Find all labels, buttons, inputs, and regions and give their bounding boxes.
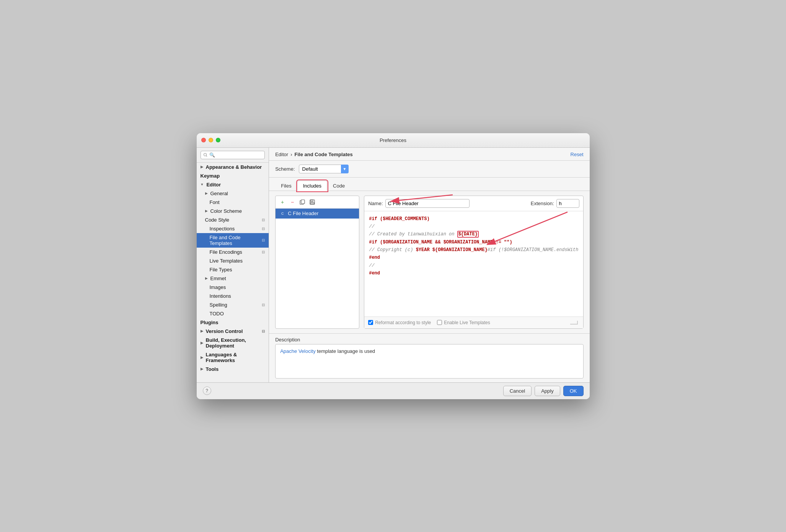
main-content: Editor › File and Code Templates Reset S… bbox=[269, 148, 589, 382]
reformat-label: Reformat according to style bbox=[375, 320, 431, 325]
file-item-label: C File Header bbox=[288, 211, 318, 216]
description-box: Apache Velocity template language is use… bbox=[275, 344, 583, 379]
code-line-4: #if ($ORGANIZATION_NAME && $ORGANIZATION… bbox=[369, 238, 578, 246]
search-input[interactable] bbox=[201, 151, 265, 159]
chevron-down-icon: ▼ bbox=[201, 183, 204, 186]
editor-code-area[interactable]: #if ($HEADER_COMMENTS) // // Created by … bbox=[364, 211, 583, 317]
svg-rect-7 bbox=[310, 202, 314, 204]
ok-button[interactable]: OK bbox=[563, 386, 584, 396]
code-line-1: #if ($HEADER_COMMENTS) bbox=[369, 215, 578, 223]
sidebar-item-label: Font bbox=[210, 199, 220, 205]
tab-includes[interactable]: Includes bbox=[297, 181, 327, 191]
sidebar-item-label: Code Style bbox=[205, 217, 230, 223]
extension-input[interactable] bbox=[556, 199, 579, 208]
name-input[interactable] bbox=[385, 199, 470, 208]
sidebar-item-label: Build, Execution, Deployment bbox=[206, 337, 265, 349]
tab-code[interactable]: Code bbox=[327, 181, 351, 191]
editor-footer: Reformat according to style Enable Live … bbox=[364, 317, 583, 328]
chevron-right-icon: ▶ bbox=[201, 341, 203, 345]
sidebar-item-label: General bbox=[210, 191, 228, 196]
sidebar-item-keymap[interactable]: Keymap bbox=[197, 171, 269, 180]
remove-button[interactable]: − bbox=[289, 198, 296, 206]
sidebar-item-languages[interactable]: ▶ Languages & Frameworks bbox=[197, 350, 269, 365]
overlay-container: Files Includes Code + − bbox=[269, 178, 589, 382]
sidebar-item-file-encodings[interactable]: File Encodings ⊟ bbox=[197, 248, 269, 256]
sidebar-item-label: Live Templates bbox=[210, 258, 243, 264]
chevron-right-icon: ▶ bbox=[205, 276, 208, 280]
scheme-select-wrapper: Default Project ▼ bbox=[299, 165, 349, 173]
scheme-label: Scheme: bbox=[275, 166, 295, 172]
sidebar-item-file-and-code-templates[interactable]: File and Code Templates ⊟ bbox=[197, 233, 269, 248]
sidebar-item-color-scheme[interactable]: ▶ Color Scheme bbox=[197, 207, 269, 215]
sidebar-item-label: Editor bbox=[206, 182, 221, 188]
sidebar-item-images[interactable]: Images bbox=[197, 283, 269, 292]
reformat-checkbox-group[interactable]: Reformat according to style bbox=[368, 320, 431, 325]
description-label: Description bbox=[275, 337, 583, 343]
copy-button[interactable] bbox=[298, 198, 306, 206]
code-line-3: // Created by tianwaihuixian on ${DATE} bbox=[369, 230, 578, 238]
scheme-row: Scheme: Default Project ▼ bbox=[269, 161, 589, 178]
chevron-right-icon: ▶ bbox=[201, 356, 203, 359]
sidebar-item-editor[interactable]: ▼ Editor bbox=[197, 180, 269, 189]
resize-handle[interactable] bbox=[570, 321, 578, 325]
sidebar-item-file-types[interactable]: File Types bbox=[197, 265, 269, 274]
reset-button[interactable]: Reset bbox=[571, 152, 584, 157]
sidebar-item-label: Inspections bbox=[210, 226, 235, 232]
main-header: Editor › File and Code Templates Reset bbox=[269, 148, 589, 161]
window-body: ▶ Appearance & Behavior Keymap ▼ Editor … bbox=[197, 148, 590, 382]
bottom-bar: ? Cancel Apply OK bbox=[197, 382, 590, 399]
sidebar-item-build[interactable]: ▶ Build, Execution, Deployment bbox=[197, 336, 269, 350]
svg-rect-6 bbox=[311, 200, 313, 202]
extension-label: Extension: bbox=[531, 201, 554, 206]
sidebar-item-general[interactable]: ▶ General bbox=[197, 189, 269, 198]
sidebar-item-version-control[interactable]: ▶ Version Control ⊟ bbox=[197, 327, 269, 336]
close-button[interactable] bbox=[201, 138, 206, 142]
chevron-right-icon: ▶ bbox=[205, 209, 208, 213]
name-field-group: Name: bbox=[368, 199, 469, 208]
maximize-button[interactable] bbox=[216, 138, 220, 142]
sidebar-item-plugins[interactable]: Plugins bbox=[197, 318, 269, 327]
editor-top: Name: Extension: bbox=[364, 196, 583, 211]
svg-rect-4 bbox=[301, 200, 305, 204]
sidebar-item-intentions[interactable]: Intentions bbox=[197, 292, 269, 300]
sidebar-item-label: Emmet bbox=[210, 276, 226, 281]
copy-badge-icon: ⊟ bbox=[262, 227, 265, 231]
minimize-button[interactable] bbox=[209, 138, 213, 142]
editor-panel: Name: Extension: #if ($HEADER_COMM bbox=[364, 196, 583, 329]
scheme-select[interactable]: Default Project bbox=[299, 165, 349, 173]
sidebar-item-inspections[interactable]: Inspections ⊟ bbox=[197, 224, 269, 233]
copy-badge-icon: ⊟ bbox=[262, 303, 265, 307]
copy-badge-icon: ⊟ bbox=[262, 329, 265, 333]
help-button[interactable]: ? bbox=[203, 387, 211, 395]
sidebar-item-todo[interactable]: TODO bbox=[197, 309, 269, 318]
copy-badge-icon: ⊟ bbox=[262, 250, 265, 254]
sidebar-item-label: Keymap bbox=[201, 173, 220, 179]
save-file-button[interactable] bbox=[308, 198, 316, 206]
chevron-right-icon: ▶ bbox=[201, 367, 203, 371]
sidebar-item-tools[interactable]: ▶ Tools bbox=[197, 365, 269, 374]
live-templates-checkbox-group[interactable]: Enable Live Templates bbox=[437, 320, 490, 325]
name-label: Name: bbox=[368, 201, 383, 206]
apply-button[interactable]: Apply bbox=[535, 386, 560, 396]
apache-velocity-link[interactable]: Apache Velocity bbox=[280, 348, 316, 354]
file-item-c-header[interactable]: C C File Header bbox=[276, 209, 359, 219]
sidebar-item-code-style[interactable]: Code Style ⊟ bbox=[197, 215, 269, 224]
sidebar-item-live-templates[interactable]: Live Templates bbox=[197, 256, 269, 265]
sidebar-item-appearance[interactable]: ▶ Appearance & Behavior bbox=[197, 163, 269, 171]
live-templates-checkbox[interactable] bbox=[437, 320, 442, 325]
sidebar-item-spelling[interactable]: Spelling ⊟ bbox=[197, 300, 269, 309]
cancel-button[interactable]: Cancel bbox=[503, 386, 532, 396]
code-line-7: // bbox=[369, 262, 578, 269]
file-list-toolbar: + − bbox=[276, 196, 359, 209]
add-button[interactable]: + bbox=[279, 198, 286, 206]
reformat-checkbox[interactable] bbox=[368, 320, 373, 325]
sidebar-item-font[interactable]: Font bbox=[197, 198, 269, 207]
code-line-5: // Copyright (c) $YEAR ${ORGANIZATION_NA… bbox=[369, 246, 578, 254]
tab-files[interactable]: Files bbox=[275, 181, 297, 191]
chevron-right-icon: ▶ bbox=[205, 191, 208, 195]
sidebar-item-label: Intentions bbox=[210, 293, 231, 299]
sidebar-item-emmet[interactable]: ▶ Emmet bbox=[197, 274, 269, 283]
sidebar-item-label: Plugins bbox=[201, 320, 219, 325]
code-line-2: // bbox=[369, 223, 578, 230]
search-box bbox=[197, 148, 269, 163]
